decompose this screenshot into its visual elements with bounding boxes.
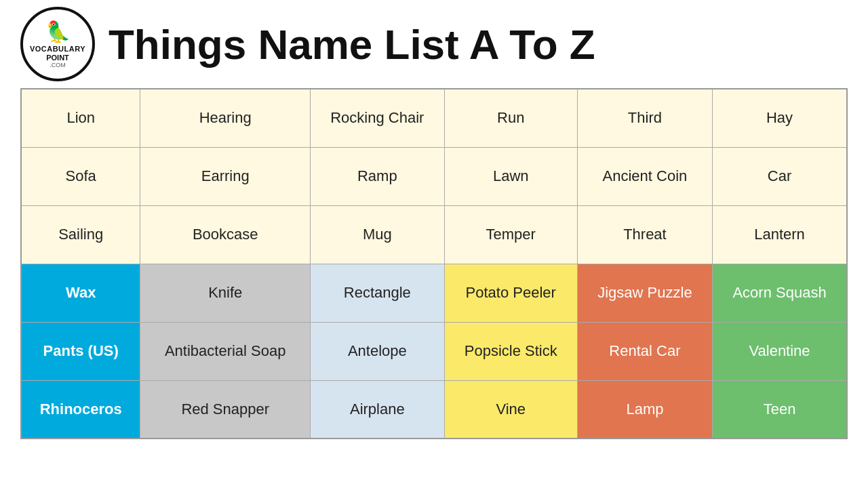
table-cell: Antibacterial Soap [140,322,311,380]
table-cell: Lion [21,89,140,147]
table-cell: Bookcase [140,205,311,264]
table-cell: Sailing [21,205,140,264]
table-cell: Hay [713,89,847,147]
table-row: LionHearingRocking ChairRunThirdHay [21,89,847,147]
table-cell: Wax [21,264,140,322]
table-cell: Third [577,89,712,147]
table-cell: Sofa [21,147,140,205]
table-cell: Rhinoceros [21,380,140,439]
table-row: SailingBookcaseMugTemperThreatLantern [21,205,847,264]
table-cell: Potato Peeler [444,264,577,322]
table-cell: Valentine [713,322,847,380]
table-cell: Pants (US) [21,322,140,380]
table-cell: Lawn [444,147,577,205]
logo-vocab: VOCABULARY [30,45,85,53]
table-cell: Antelope [310,322,444,380]
table-row: RhinocerosRed SnapperAirplaneVineLampTee… [21,380,847,439]
table-cell: Teen [713,380,847,439]
page-title: Things Name List A To Z [108,20,595,68]
table-cell: Rocking Chair [310,89,444,147]
table-cell: Vine [444,380,577,439]
table-wrapper: LionHearingRocking ChairRunThirdHaySofaE… [0,88,868,439]
table-cell: Rectangle [310,264,444,322]
table-cell: Ramp [310,147,444,205]
logo-point: POINT [46,54,69,62]
table-cell: Rental Car [577,322,712,380]
table-cell: Earring [140,147,311,205]
table-row: WaxKnifeRectanglePotato PeelerJigsaw Puz… [21,264,847,322]
table-cell: Threat [577,205,712,264]
table-cell: Lamp [577,380,712,439]
table-cell: Knife [140,264,311,322]
vocabulary-table: LionHearingRocking ChairRunThirdHaySofaE… [20,88,848,439]
table-cell: Lantern [713,205,847,264]
logo: 🦜 VOCABULARY POINT .COM [20,7,95,81]
table-cell: Temper [444,205,577,264]
table-row: SofaEarringRampLawnAncient CoinCar [21,147,847,205]
table-cell: Airplane [310,380,444,439]
page-header: 🦜 VOCABULARY POINT .COM Things Name List… [0,0,868,88]
logo-com: .COM [50,62,66,68]
table-cell: Run [444,89,577,147]
table-cell: Car [713,147,847,205]
table-cell: Jigsaw Puzzle [577,264,712,322]
table-row: Pants (US)Antibacterial SoapAntelopePops… [21,322,847,380]
table-cell: Red Snapper [140,380,311,439]
table-cell: Hearing [140,89,311,147]
table-cell: Ancient Coin [577,147,712,205]
table-cell: Mug [310,205,444,264]
table-cell: Popsicle Stick [444,322,577,380]
table-cell: Acorn Squash [713,264,847,322]
